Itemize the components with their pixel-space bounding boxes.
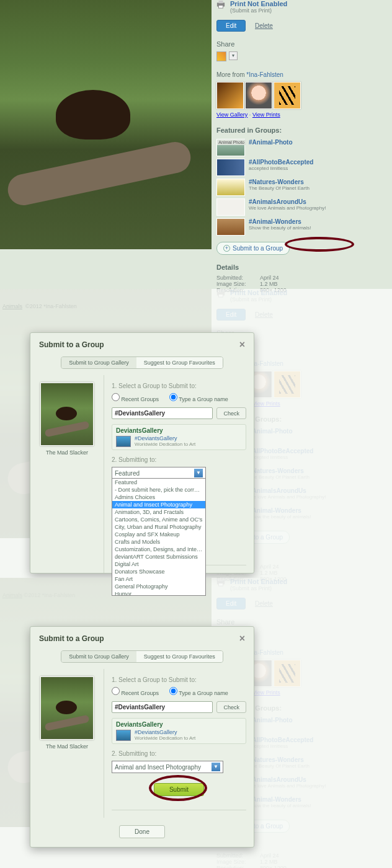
submit-to-group-button[interactable]: +Submit to a Group <box>216 242 290 255</box>
share-dropdown[interactable]: ▾ <box>229 51 238 60</box>
submit-to-group-modal: Submit to a Group × Submit to Group Gall… <box>30 626 254 848</box>
submit-as-print-link[interactable]: (Submit as Print) <box>230 7 287 14</box>
share-heading: Share <box>216 40 387 48</box>
more-thumb[interactable] <box>274 82 301 109</box>
step-2-label: 2. Submitting to: <box>112 456 246 463</box>
modal-title: Submit to a Group <box>39 634 104 643</box>
submission-thumb <box>40 383 94 446</box>
more-thumb[interactable] <box>216 82 244 109</box>
deviation-image <box>0 0 212 249</box>
featured-group-item[interactable]: Animal Photo #Animal-Photo <box>216 139 387 156</box>
folder-option[interactable]: Admins Choices <box>112 494 205 501</box>
folder-option[interactable]: Fan Art <box>112 575 205 583</box>
submit-button[interactable]: Submit <box>154 783 204 796</box>
check-button[interactable]: Check <box>216 701 246 713</box>
done-button[interactable]: Done <box>119 825 165 838</box>
delete-link[interactable]: Delete <box>255 22 273 29</box>
folder-option[interactable]: Humor <box>112 590 205 596</box>
modal-title: Submit to a Group <box>39 340 104 349</box>
print-icon <box>216 0 225 9</box>
group-result[interactable]: DeviantsGallery #DeviantsGallery Worldwi… <box>112 718 246 744</box>
group-thumb <box>216 218 245 236</box>
svg-rect-2 <box>219 6 223 8</box>
folder-option[interactable]: Customization, Designs, and Interfaces <box>112 546 205 553</box>
group-result[interactable]: DeviantsGallery #DeviantsGallery Worldwi… <box>112 424 246 450</box>
chevron-down-icon: ▼ <box>212 763 220 771</box>
folder-option[interactable]: Cosplay and SFX Makeup <box>112 531 205 538</box>
group-thumb <box>216 198 245 216</box>
svg-rect-1 <box>219 1 223 3</box>
group-thumb <box>216 179 245 196</box>
folder-option[interactable]: City, Urban and Rural Photography <box>112 523 205 531</box>
close-icon[interactable]: × <box>239 633 245 644</box>
folder-option[interactable]: Crafts and Models <box>112 538 205 546</box>
check-button[interactable]: Check <box>216 407 246 419</box>
share-icon[interactable] <box>216 51 226 61</box>
folder-option[interactable]: - Dont submit here, pick the correct fol… <box>112 486 205 494</box>
folder-dropdown[interactable]: Featured- Dont submit here, pick the cor… <box>112 478 206 596</box>
folder-option[interactable]: General Photography <box>112 583 205 590</box>
tab-suggest-favourites[interactable]: Suggest to Group Favourites <box>136 357 223 368</box>
folder-option[interactable]: Animal and Insect Photography <box>112 501 205 508</box>
group-name-input[interactable] <box>112 701 213 713</box>
group-avatar <box>116 436 131 447</box>
group-thumb <box>216 159 245 176</box>
submission-thumb <box>40 676 94 740</box>
radio-recent-groups[interactable]: Recent Groups <box>112 690 159 696</box>
folder-select[interactable]: Animal and Insect Photography▼ <box>112 761 223 773</box>
print-not-enabled-link[interactable]: Print Not Enabled <box>230 0 287 7</box>
submit-to-group-modal: Submit to a Group × Submit to Group Gall… <box>30 332 254 574</box>
radio-type-name[interactable]: Type a Group name <box>169 690 228 696</box>
artist-link[interactable]: *Ina-Fahlsten <box>246 71 283 78</box>
group-thumb: Animal Photo <box>216 139 245 156</box>
featured-group-item[interactable]: #AnimalsAroundUs We love Animals and Pho… <box>216 198 387 216</box>
chevron-down-icon: ▼ <box>194 469 203 477</box>
edit-button[interactable]: Edit <box>216 20 246 32</box>
submission-title: The Mad Slacker <box>38 743 96 750</box>
radio-recent-groups[interactable]: Recent Groups <box>112 396 159 402</box>
folder-option[interactable]: Donators Showcase <box>112 568 205 575</box>
folder-option[interactable]: Cartoons, Comics, Anime and OC's <box>112 516 205 523</box>
group-name-input[interactable] <box>112 407 213 419</box>
submission-title: The Mad Slacker <box>38 450 96 456</box>
step-1-label: 1. Select a Group to Submit to: <box>112 383 246 389</box>
more-from-heading: More from *Ina-Fahlsten <box>216 71 387 78</box>
featured-group-item[interactable]: #AllPhotoBeAccepted accepted limitless <box>216 159 387 176</box>
featured-group-item[interactable]: #Natures-Wonders The Beauty Of Planet Ea… <box>216 179 387 196</box>
details-heading: Details <box>216 264 387 271</box>
radio-type-name[interactable]: Type a Group name <box>169 396 228 402</box>
featured-group-item[interactable]: #Animal-Wonders Show the beauty of anima… <box>216 218 387 236</box>
close-icon[interactable]: × <box>239 339 245 350</box>
group-avatar <box>116 730 131 741</box>
folder-option[interactable]: Featured <box>112 479 205 486</box>
tab-submit-gallery[interactable]: Submit to Group Gallery <box>61 357 136 368</box>
folder-select[interactable]: Featured▼ <box>112 467 206 479</box>
view-prints-link[interactable]: View Prints <box>252 112 280 118</box>
featured-groups-heading: Featured in Groups: <box>216 126 387 134</box>
view-gallery-link[interactable]: View Gallery <box>216 112 247 118</box>
tab-submit-gallery[interactable]: Submit to Group Gallery <box>61 651 136 662</box>
folder-option[interactable]: Animation, 3D, and Fractals <box>112 508 205 516</box>
folder-option[interactable]: deviantART Contest Submissions <box>112 553 205 560</box>
plus-icon: + <box>223 245 230 252</box>
more-thumb[interactable] <box>245 82 272 109</box>
tab-suggest-favourites[interactable]: Suggest to Group Favourites <box>136 651 223 662</box>
folder-option[interactable]: Digital Art <box>112 560 205 568</box>
